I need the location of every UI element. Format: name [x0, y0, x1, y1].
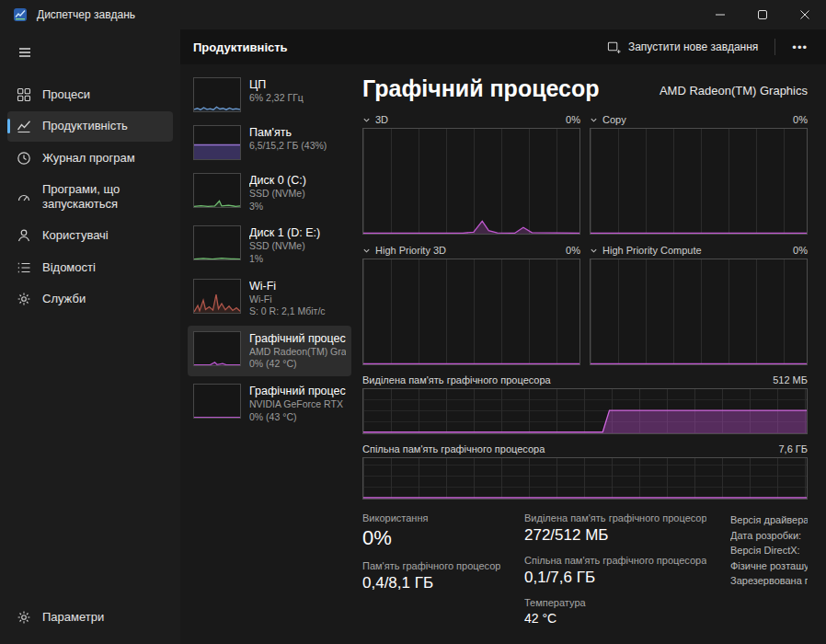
sidebar-item-performance[interactable]: Продуктивність: [7, 111, 173, 141]
sidebar-item-startup-apps[interactable]: Програми, що запускаються: [7, 175, 173, 220]
sidebar-item-users[interactable]: Користувачі: [7, 221, 173, 250]
perf-item-detail: Wi-Fi: [249, 293, 326, 306]
more-options-button[interactable]: •••: [783, 37, 817, 58]
details-icon: [17, 260, 31, 275]
menu-toggle-button[interactable]: [7, 37, 42, 68]
perf-item-name: Пам'ять: [249, 126, 327, 139]
perf-item-name: Диск 1 (D: E:): [249, 226, 320, 239]
users-icon: [17, 228, 31, 243]
sidebar-item-label: Процеси: [42, 87, 90, 102]
stat-gpu-memory: Пам'ять графічного процесора 0,4/8,1 ГБ: [362, 560, 500, 592]
gpu-title: Графічний процесор: [362, 75, 600, 102]
sidebar-item-label: Служби: [42, 292, 86, 306]
chevron-down-icon[interactable]: [362, 247, 371, 255]
perf-item-gpu-amd[interactable]: Графічний процес... AMD Radeon(TM) Grap.…: [188, 326, 351, 376]
sidebar-item-app-history[interactable]: Журнал програм: [7, 144, 173, 173]
gpu-detail-pane: Графічний процесор AMD Radeon(TM) Graphi…: [355, 64, 826, 644]
info-reserved-memory: Зарезервована пам'ять обла...: [730, 573, 808, 589]
dedicated-memory-chart: Виділена пам'ять графічного процесора 51…: [362, 374, 808, 434]
shared-memory-chart: Спільна пам'ять графічного процесора 7,6…: [362, 443, 808, 500]
perf-item-detail: 6% 2,32 ГГц: [249, 92, 304, 105]
info-driver-date: Дата розробки:: [730, 528, 808, 544]
perf-item-name: Wi-Fi: [249, 280, 326, 293]
perf-item-detail: 0% (43 °C): [249, 411, 346, 424]
cpu-mini-chart: [193, 77, 241, 112]
engine-chart-canvas: [590, 128, 808, 235]
performance-body: ЦП 6% 2,32 ГГц Пам'ять 6,5/15,2 ГБ (43%): [180, 64, 826, 644]
memory-chart-canvas: [362, 457, 808, 500]
page-title: Продуктивність: [193, 40, 288, 54]
wifi-mini-chart: [193, 279, 241, 314]
engine-chart-label: 3D: [375, 114, 388, 125]
perf-item-detail: AMD Radeon(TM) Grap...: [249, 346, 346, 359]
engine-chart-head: High Priority Compute 0%: [590, 242, 808, 259]
perf-item-text: Графічний процес... AMD Radeon(TM) Grap.…: [249, 331, 346, 371]
sidebar-item-details[interactable]: Відомості: [7, 253, 173, 282]
perf-item-detail: NVIDIA GeForce RTX 305...: [249, 398, 346, 411]
perf-item-text: Диск 1 (D: E:) SSD (NVMe) 1%: [249, 225, 320, 265]
chevron-down-icon[interactable]: [362, 116, 371, 124]
perf-item-detail: S: 0 R: 2,1 Мбіт/с: [249, 305, 326, 318]
stat-dedicated-memory: Виділена пам'ять графічного процесора 27…: [524, 512, 706, 545]
stats-column-1: Використання 0% Пам'ять графічного проце…: [362, 512, 500, 636]
perf-item-disk1[interactable]: Диск 1 (D: E:) SSD (NVMe) 1%: [188, 220, 351, 270]
gpu-amd-mini-chart: [193, 331, 241, 366]
engine-chart-percent: 0%: [793, 114, 808, 125]
perf-item-text: Wi-Fi Wi-Fi S: 0 R: 2,1 Мбіт/с: [249, 279, 326, 318]
services-icon: [17, 292, 31, 306]
stat-value: 272/512 МБ: [524, 526, 706, 545]
perf-item-wifi[interactable]: Wi-Fi Wi-Fi S: 0 R: 2,1 Мбіт/с: [188, 273, 351, 324]
sidebar-item-services[interactable]: Служби: [7, 284, 173, 314]
new-task-icon: [607, 40, 621, 54]
memory-chart-label: Спільна пам'ять графічного процесора: [362, 443, 545, 454]
memory-chart-label: Виділена пам'ять графічного процесора: [362, 374, 551, 385]
memory-chart-head: Виділена пам'ять графічного процесора 51…: [362, 374, 808, 385]
sidebar-item-processes[interactable]: Процеси: [7, 80, 173, 109]
perf-item-memory[interactable]: Пам'ять 6,5/15,2 ГБ (43%): [188, 120, 351, 166]
stat-value: 0,4/8,1 ГБ: [362, 574, 500, 592]
run-new-task-label: Запустити нове завдання: [628, 40, 758, 53]
engine-chart-high-priority-compute: High Priority Compute 0%: [590, 242, 808, 365]
window-controls: [699, 0, 826, 29]
info-directx-version: Версія DirectX:: [730, 543, 808, 558]
gpu-nvidia-mini-chart: [193, 384, 241, 419]
navigation-sidebar: Процеси Продуктивність Журнал програм Пр…: [0, 29, 180, 644]
engine-chart-canvas: [362, 128, 580, 235]
stat-label: Пам'ять графічного процесора: [362, 560, 500, 571]
stat-label: Використання: [362, 512, 500, 523]
gpu-detail-header: Графічний процесор AMD Radeon(TM) Graphi…: [362, 75, 808, 102]
startup-apps-icon: [17, 190, 31, 204]
memory-chart-max: 7,6 ГБ: [778, 443, 808, 454]
engine-chart-label: High Priority 3D: [375, 245, 446, 256]
close-button[interactable]: [784, 0, 826, 29]
chevron-down-icon[interactable]: [590, 247, 598, 255]
engine-chart-percent: 0%: [566, 114, 580, 125]
chevron-down-icon[interactable]: [590, 116, 598, 124]
run-new-task-button[interactable]: Запустити нове завдання: [598, 35, 767, 60]
perf-item-name: Графічний процес...: [249, 385, 346, 397]
disk1-mini-chart: [193, 225, 241, 260]
minimize-button[interactable]: [699, 0, 741, 29]
memory-chart-canvas: [362, 388, 808, 434]
perf-item-cpu[interactable]: ЦП 6% 2,32 ГГц: [188, 72, 351, 118]
engine-chart-percent: 0%: [566, 245, 580, 256]
page-header: Продуктивність Запустити нове завдання •…: [180, 29, 826, 64]
stat-utilization: Використання 0%: [362, 512, 500, 550]
perf-item-gpu-nvidia[interactable]: Графічний процес... NVIDIA GeForce RTX 3…: [188, 378, 351, 429]
engine-chart-head: Copy 0%: [590, 111, 808, 128]
engine-chart-label: Copy: [602, 114, 626, 125]
sidebar-item-label: Продуктивність: [42, 119, 128, 133]
disk0-mini-chart: [193, 173, 241, 208]
maximize-button[interactable]: [741, 0, 784, 29]
perf-item-disk0[interactable]: Диск 0 (C:) SSD (NVMe) 3%: [188, 167, 351, 218]
processes-icon: [17, 87, 31, 102]
engine-chart-percent: 0%: [793, 245, 808, 256]
stat-temperature: Температура 42 °C: [524, 597, 706, 626]
perf-item-detail: SSD (NVMe): [249, 240, 320, 253]
header-divider: [774, 39, 775, 55]
engine-chart-head: 3D 0%: [362, 111, 580, 128]
sidebar-item-settings[interactable]: Параметри: [7, 603, 173, 632]
engine-charts-grid: 3D 0% Copy 0%: [362, 111, 808, 365]
sidebar-item-label: Програми, що запускаються: [42, 182, 164, 213]
perf-item-name: Диск 0 (C:): [249, 174, 306, 187]
